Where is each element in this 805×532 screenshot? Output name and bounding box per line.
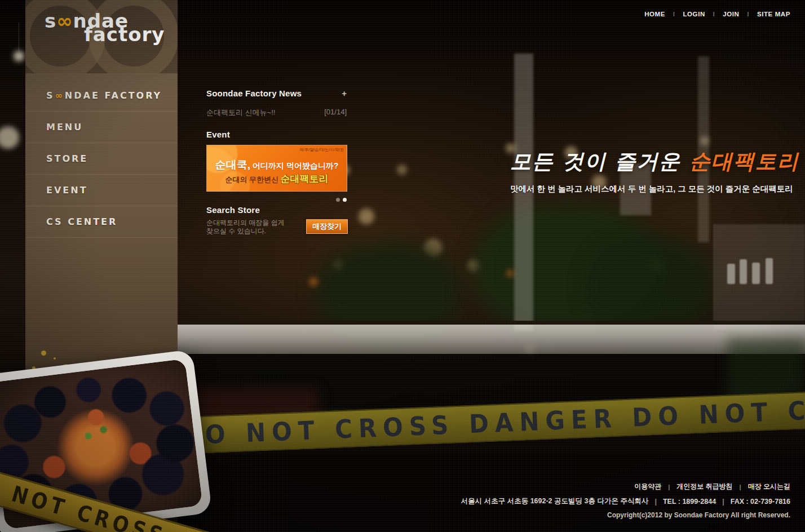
news-title: Soondae Factory News bbox=[206, 88, 302, 98]
carousel-dot[interactable] bbox=[336, 198, 340, 202]
footer-separator: | bbox=[740, 484, 741, 490]
sidebar-menu: S∞NDAE FACTORY MENU STORE EVENT CS CENTE… bbox=[25, 73, 178, 238]
logo-block: s∞ndae factory bbox=[25, 0, 178, 73]
top-navigation: HOME I LOGIN I JOIN I SITE MAP bbox=[644, 11, 790, 17]
window-sill bbox=[178, 325, 805, 354]
sidebar-item-event[interactable]: EVENT bbox=[25, 175, 178, 206]
footer-info: 서울시 서초구 서초동 1692-2 공도빌딩 3층 다가온 주식회사 | TE… bbox=[461, 496, 790, 506]
carousel-dots bbox=[336, 198, 347, 202]
footer-link-terms[interactable]: 이용약관 bbox=[634, 482, 661, 491]
sidebar-item-menu[interactable]: MENU bbox=[25, 112, 178, 143]
orange-fruit bbox=[506, 269, 514, 277]
footer-fax: FAX : 02-739-7816 bbox=[731, 498, 790, 506]
news-item-text: 순대팩토리 신메뉴~!! bbox=[206, 108, 275, 118]
sidebar-item-store[interactable]: STORE bbox=[25, 143, 178, 175]
nav-separator: I bbox=[747, 11, 749, 17]
infinity-icon: ∞ bbox=[56, 10, 73, 32]
footer-link-directions[interactable]: 매장 오시는길 bbox=[748, 482, 790, 491]
light-cord bbox=[19, 23, 19, 52]
below-tape-shadow bbox=[178, 454, 805, 532]
carousel-dot-active[interactable] bbox=[343, 198, 347, 202]
window-sill-edge bbox=[178, 321, 805, 325]
bokeh-light bbox=[359, 209, 374, 224]
hero-headline: 모든 것이 즐거운 순대팩토리 bbox=[510, 148, 786, 176]
footer-link-privacy[interactable]: 개인정보 취급방침 bbox=[676, 482, 732, 491]
infinity-icon: ∞ bbox=[55, 90, 65, 101]
bottle bbox=[727, 264, 735, 284]
banner-small-text: 매/주/말/순/대/도/시/락/전 bbox=[299, 147, 344, 153]
banner-line2: 순대의 무한변신 순대팩토리 bbox=[207, 172, 347, 185]
footer-separator: | bbox=[722, 498, 724, 506]
footer-links: 이용약관 | 개인정보 취급방침 | 매장 오시는길 bbox=[634, 482, 790, 491]
copyright: Copyright(c)2012 by Soondae Factory All … bbox=[607, 511, 790, 519]
search-store-description: 순대팩토리의 매장을 쉽게 찾으실 수 있습니다. bbox=[206, 219, 302, 236]
hero-headline-block: 모든 것이 즐거운 순대팩토리 맛에서 한 번 놀라고 서비스에서 두 번 놀라… bbox=[510, 148, 786, 194]
logo-prefix: s bbox=[45, 10, 56, 32]
hero-subtitle: 맛에서 한 번 놀라고 서비스에서 두 번 놀라고, 그 모든 것이 즐거운 순… bbox=[510, 184, 786, 194]
light-bulb bbox=[14, 51, 24, 61]
bottle bbox=[740, 259, 747, 284]
footer-separator: | bbox=[654, 498, 657, 506]
news-item[interactable]: 순대팩토리 신메뉴~!! [01/14] bbox=[206, 108, 347, 118]
find-store-button[interactable]: 매장찾기 bbox=[306, 219, 348, 234]
news-more-button[interactable]: + bbox=[342, 89, 347, 97]
news-item-date: [01/14] bbox=[324, 108, 347, 118]
bottle bbox=[766, 258, 773, 284]
nav-join[interactable]: JOIN bbox=[723, 11, 739, 17]
decor-dot bbox=[54, 357, 56, 360]
logo[interactable]: s∞ndae factory bbox=[45, 12, 165, 43]
nav-login[interactable]: LOGIN bbox=[683, 11, 705, 17]
footer-address: 서울시 서초구 서초동 1692-2 공도빌딩 3층 다가온 주식회사 bbox=[461, 496, 649, 506]
nav-separator: I bbox=[713, 11, 715, 17]
sidebar-item-cs-center[interactable]: CS CENTER bbox=[25, 206, 178, 238]
bokeh-light bbox=[0, 126, 19, 149]
news-header: Soondae Factory News + bbox=[206, 88, 347, 98]
footer-separator: | bbox=[668, 484, 670, 490]
banner-line1: 순대쿡, 어디까지 먹어봤습니까? bbox=[207, 158, 347, 172]
event-banner[interactable]: 매/주/말/순/대/도/시/락/전 순대쿡, 어디까지 먹어봤습니까? 순대의 … bbox=[206, 145, 347, 192]
decor-dot bbox=[41, 351, 46, 356]
orange-fruit bbox=[309, 277, 318, 286]
footer-tel: TEL : 1899-2844 bbox=[663, 498, 716, 506]
nav-home[interactable]: HOME bbox=[644, 11, 665, 17]
nav-separator: I bbox=[673, 11, 675, 17]
nav-sitemap[interactable]: SITE MAP bbox=[757, 11, 790, 17]
bottle bbox=[752, 263, 760, 284]
sidebar-item-soondae-factory[interactable]: S∞NDAE FACTORY bbox=[25, 80, 178, 112]
hero-headline-accent: 순대팩토리 bbox=[689, 149, 799, 174]
search-store-title: Search Store bbox=[206, 205, 260, 215]
event-title: Event bbox=[206, 130, 230, 139]
bokeh-light bbox=[397, 165, 407, 175]
